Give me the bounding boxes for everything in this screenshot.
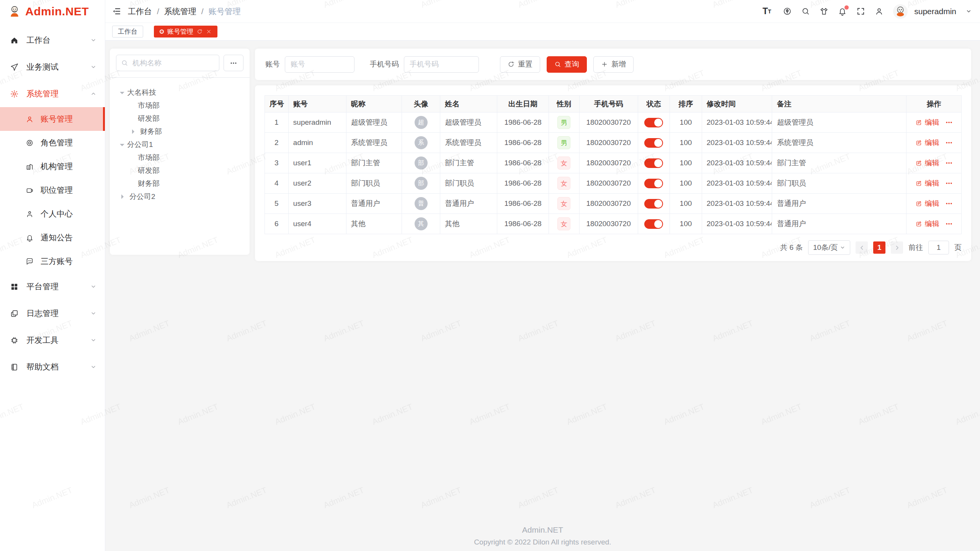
sidebar-item-dev-tools[interactable]: 开发工具 xyxy=(0,327,105,354)
edit-icon xyxy=(915,200,922,207)
avatar[interactable]: 系 xyxy=(415,136,428,149)
tree-node[interactable]: 研发部 xyxy=(114,164,246,177)
avatar: 系 xyxy=(402,133,440,153)
tree-node[interactable]: 市场部 xyxy=(114,99,246,112)
profile-icon[interactable] xyxy=(875,7,884,16)
edit-button[interactable]: 编辑 xyxy=(915,158,939,168)
search-icon[interactable] xyxy=(801,7,810,16)
more-actions-button[interactable] xyxy=(945,119,953,126)
sidebar-item-label: 通知公告 xyxy=(41,232,73,243)
name-cell: 系统管理员 xyxy=(440,133,497,153)
sidebar-item-platform-management[interactable]: 平台管理 xyxy=(0,273,105,300)
tree-node[interactable]: 大名科技 xyxy=(114,86,246,99)
avatar: 普 xyxy=(402,194,440,214)
refresh-icon[interactable] xyxy=(197,29,203,34)
ops-cell: 编辑 xyxy=(906,173,962,194)
more-dots-icon xyxy=(945,220,953,228)
sidebar-item-system-management[interactable]: 系统管理 xyxy=(0,80,105,107)
avatar[interactable]: 其 xyxy=(415,217,428,230)
sidebar-item-workbench[interactable]: 工作台 xyxy=(0,27,105,54)
home-icon xyxy=(10,36,19,45)
close-icon[interactable] xyxy=(206,29,212,34)
sidebar-item-personal-center[interactable]: 个人中心 xyxy=(0,202,105,226)
more-actions-button[interactable] xyxy=(945,159,953,167)
phone-cell: 18020030720 xyxy=(579,194,638,214)
edit-button[interactable]: 编辑 xyxy=(915,219,939,229)
more-actions-button[interactable] xyxy=(945,200,953,207)
avatar: 部 xyxy=(402,173,440,194)
tree-more-button[interactable] xyxy=(224,55,243,71)
gender-badge: 男 xyxy=(549,133,579,153)
sidebar-item-business-test[interactable]: 业务测试 xyxy=(0,54,105,80)
tree-node[interactable]: 研发部 xyxy=(114,112,246,125)
tree-node[interactable]: 财务部 xyxy=(114,125,246,138)
name-cell: 超级管理员 xyxy=(440,112,497,133)
plus-icon xyxy=(601,61,608,68)
edit-button[interactable]: 编辑 xyxy=(915,199,939,209)
more-actions-button[interactable] xyxy=(945,179,953,187)
avatar[interactable] xyxy=(893,4,908,19)
tree-node[interactable]: 市场部 xyxy=(114,151,246,164)
tree-node[interactable]: 分公司1 xyxy=(114,138,246,151)
nickname-cell: 超级管理员 xyxy=(346,112,402,133)
notification-bell-icon[interactable] xyxy=(838,7,847,16)
more-actions-button[interactable] xyxy=(945,139,953,147)
breadcrumb-item-workbench[interactable]: 工作台 xyxy=(128,6,152,17)
avatar[interactable]: 超 xyxy=(415,116,428,129)
chevron-down-icon xyxy=(90,64,96,70)
language-icon[interactable] xyxy=(783,7,792,16)
gender-badge: 女 xyxy=(557,177,570,190)
status-toggle[interactable] xyxy=(644,158,663,168)
chevron-down-icon[interactable] xyxy=(966,8,972,14)
next-page-button[interactable] xyxy=(891,241,903,254)
status-toggle[interactable] xyxy=(644,179,663,188)
sidebar-item-position-management[interactable]: 职位管理 xyxy=(0,178,105,202)
edit-icon xyxy=(915,160,922,166)
sidebar-item-org-management[interactable]: 机构管理 xyxy=(0,155,105,178)
sidebar-item-account-management[interactable]: 账号管理 xyxy=(0,107,105,131)
sidebar-item-role-management[interactable]: 角色管理 xyxy=(0,131,105,155)
avatar[interactable]: 部 xyxy=(415,177,428,190)
phone-filter-input[interactable] xyxy=(404,56,479,73)
status-cell xyxy=(638,112,670,133)
sidebar-item-third-party-account[interactable]: 三方账号 xyxy=(0,249,105,273)
tree-node[interactable]: 财务部 xyxy=(114,177,246,190)
tab-account-management[interactable]: 账号管理 xyxy=(154,26,217,37)
tree-node[interactable]: 分公司2 xyxy=(114,190,246,203)
edit-button[interactable]: 编辑 xyxy=(915,138,939,148)
edit-button[interactable]: 编辑 xyxy=(915,117,939,127)
theme-icon[interactable] xyxy=(820,7,828,16)
status-toggle[interactable] xyxy=(644,138,663,148)
status-toggle[interactable] xyxy=(644,219,663,229)
avatar[interactable]: 普 xyxy=(415,197,428,210)
reset-button[interactable]: 重置 xyxy=(500,56,540,73)
add-button[interactable]: 新增 xyxy=(593,56,634,73)
org-search-input[interactable] xyxy=(132,59,214,68)
prev-page-button[interactable] xyxy=(856,241,868,254)
account-filter-input[interactable] xyxy=(285,56,354,73)
sidebar-item-log-management[interactable]: 日志管理 xyxy=(0,300,105,327)
sidebar-item-help-docs[interactable]: 帮助文档 xyxy=(0,354,105,380)
avatar[interactable]: 部 xyxy=(415,156,428,170)
fullscreen-icon[interactable] xyxy=(856,7,865,16)
status-toggle[interactable] xyxy=(644,118,663,127)
username[interactable]: superadmin xyxy=(914,7,956,16)
font-size-icon[interactable]: TT xyxy=(760,7,773,16)
sidebar-item-notice[interactable]: 通知公告 xyxy=(0,226,105,249)
status-cell xyxy=(638,153,670,173)
goto-page-input[interactable] xyxy=(928,241,949,254)
tab-workbench[interactable]: 工作台 xyxy=(112,26,143,37)
tree-node-label: 大名科技 xyxy=(127,88,156,98)
breadcrumb-item-system[interactable]: 系统管理 xyxy=(164,6,196,17)
name-cell: 普通用户 xyxy=(440,194,497,214)
edit-button[interactable]: 编辑 xyxy=(915,178,939,188)
more-actions-button[interactable] xyxy=(945,220,953,228)
page-size-select[interactable]: 10条/页 xyxy=(808,240,850,255)
current-page[interactable]: 1 xyxy=(873,241,885,254)
org-search-field[interactable] xyxy=(116,55,219,71)
table-row: 1superadmin超级管理员超超级管理员1986-06-28男1802003… xyxy=(265,112,962,133)
query-button[interactable]: 查询 xyxy=(547,56,587,73)
brand[interactable]: Admin.NET xyxy=(0,0,105,23)
collapse-menu-icon[interactable] xyxy=(112,7,121,16)
status-toggle[interactable] xyxy=(644,199,663,209)
